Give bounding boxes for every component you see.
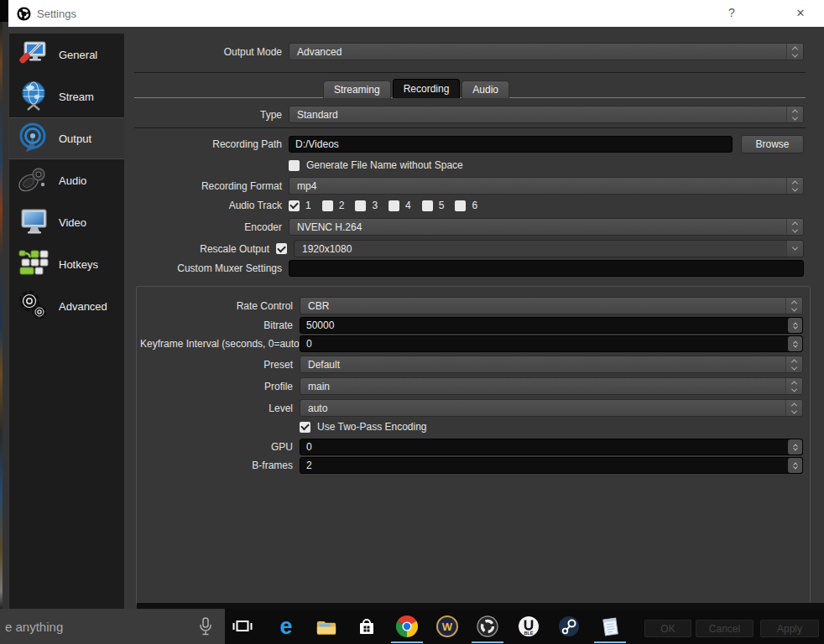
no-space-checkbox[interactable] — [289, 160, 300, 171]
bframes-row: B-frames — [140, 457, 803, 474]
sidebar-item-advanced[interactable]: Advanced — [9, 285, 124, 327]
sidebar: General Stream — [9, 34, 124, 609]
muxer-fieldwrap — [289, 260, 804, 277]
tab-streaming[interactable]: Streaming — [323, 80, 391, 98]
spinner-arrows-icon[interactable] — [788, 439, 802, 454]
sidebar-item-label: Advanced — [59, 300, 107, 313]
type-label: Type — [124, 109, 282, 121]
recording-path-input[interactable] — [289, 136, 733, 153]
keyframe-input[interactable] — [300, 335, 803, 352]
level-dropdown[interactable]: auto — [300, 399, 803, 417]
sidebar-item-label: Video — [59, 216, 86, 229]
tab-recording[interactable]: Recording — [393, 79, 461, 98]
dropdown-arrows-icon — [786, 219, 803, 235]
tab-audio[interactable]: Audio — [462, 80, 509, 98]
profile-row: Profile main — [140, 377, 803, 395]
dropdown-arrows-icon — [785, 378, 802, 394]
audio-track-3-checkbox[interactable] — [355, 200, 366, 211]
task-view-icon[interactable] — [232, 615, 253, 637]
sidebar-item-general[interactable]: General — [9, 34, 124, 75]
encoder-dropdown[interactable]: NVENC H.264 — [289, 218, 804, 236]
recording-path-fieldwrap — [289, 136, 733, 153]
close-button[interactable]: ✕ — [784, 0, 817, 25]
desktop-icons-sliver — [0, 22, 3, 609]
profile-dropdown[interactable]: main — [300, 377, 803, 395]
encoder-row: Encoder NVENC H.264 — [124, 218, 804, 236]
two-pass-label: Use Two-Pass Encoding — [317, 421, 427, 433]
apply-button[interactable]: Apply — [760, 620, 819, 637]
muxer-input[interactable] — [289, 260, 804, 277]
svg-text:W: W — [442, 621, 453, 633]
bitrate-fieldwrap — [300, 317, 803, 334]
audio-track-4-checkbox[interactable] — [389, 200, 399, 211]
bframes-input[interactable] — [300, 457, 803, 474]
settings-window: Settings ? ✕ — [8, 0, 824, 609]
svg-text:BLE: BLE — [524, 631, 534, 636]
cancel-button[interactable]: Cancel — [696, 620, 754, 637]
level-row: Level auto — [140, 399, 803, 417]
search-placeholder: e anything — [5, 620, 63, 634]
bframes-label: B-frames — [140, 460, 293, 471]
wow-icon[interactable]: W — [436, 615, 458, 637]
sidebar-item-label: Hotkeys — [59, 258, 98, 271]
rate-control-dropdown[interactable]: CBR — [300, 297, 803, 314]
spinner-arrows-icon[interactable] — [788, 318, 802, 333]
dropdown-arrows-icon — [786, 106, 803, 122]
edge-icon[interactable]: e — [275, 615, 297, 637]
type-dropdown[interactable]: Standard — [289, 106, 804, 123]
titlebar: Settings ? ✕ — [8, 0, 824, 27]
separator — [134, 127, 806, 129]
rate-control-label: Rate Control — [140, 300, 293, 312]
audio-track-6-checkbox[interactable] — [455, 200, 466, 211]
dropdown-arrow-icon — [786, 241, 803, 257]
obs-icon[interactable] — [477, 615, 498, 637]
notepad-icon[interactable] — [599, 615, 621, 637]
audio-track-5-checkbox[interactable] — [422, 200, 433, 211]
microphone-icon[interactable] — [196, 616, 215, 636]
running-indicator-obs — [472, 641, 503, 643]
output-icon — [17, 122, 50, 155]
audio-track-1-checkbox[interactable] — [289, 200, 300, 211]
chrome-icon[interactable] — [396, 615, 418, 637]
sidebar-item-label: General — [59, 49, 97, 61]
muxer-row: Custom Muxer Settings — [124, 260, 804, 277]
output-mode-dropdown[interactable]: Advanced — [289, 43, 804, 60]
type-row: Type Standard — [124, 106, 804, 123]
audio-track-row: Audio Track 1 2 3 4 5 6 — [124, 200, 804, 211]
taskbar-search[interactable]: e anything — [0, 609, 225, 644]
preset-dropdown[interactable]: Default — [300, 356, 803, 373]
gpu-input[interactable] — [300, 439, 803, 455]
store-icon[interactable] — [356, 615, 378, 637]
recording-format-dropdown[interactable]: mp4 — [289, 177, 804, 195]
gpu-label: GPU — [140, 441, 293, 453]
running-indicator-chrome — [391, 641, 423, 643]
file-explorer-icon[interactable] — [316, 615, 337, 637]
recording-path-row: Recording Path Browse — [124, 135, 804, 153]
two-pass-row: Use Two-Pass Encoding — [300, 421, 824, 433]
sidebar-item-hotkeys[interactable]: Hotkeys — [9, 243, 124, 285]
audio-track-label: Audio Track — [124, 200, 282, 211]
preset-label: Preset — [140, 359, 293, 371]
audio-track-2-checkbox[interactable] — [322, 200, 333, 211]
recording-format-label: Recording Format — [124, 180, 282, 192]
ok-button[interactable]: OK — [644, 620, 691, 637]
spinner-arrows-icon[interactable] — [788, 458, 802, 473]
spinner-arrows-icon[interactable] — [788, 336, 802, 351]
steam-icon[interactable] — [558, 615, 580, 637]
bitrate-label: Bitrate — [140, 319, 293, 331]
two-pass-checkbox[interactable] — [300, 422, 310, 433]
browse-button[interactable]: Browse — [741, 135, 804, 153]
sidebar-item-video[interactable]: Video — [9, 201, 124, 243]
help-button[interactable]: ? — [715, 0, 748, 25]
sidebar-item-output[interactable]: Output — [9, 117, 124, 159]
dropdown-arrows-icon — [786, 178, 803, 194]
rescale-resolution-combo[interactable]: 1920x1080 — [294, 240, 804, 257]
output-mode-label: Output Mode — [124, 46, 282, 58]
humble-bundle-icon[interactable]: BLE — [518, 615, 540, 637]
keyframe-fieldwrap — [300, 335, 803, 352]
rescale-checkbox[interactable] — [276, 243, 287, 254]
encoder-settings-group: Rate Control CBR Bitrate Keyframe Interv… — [136, 286, 811, 605]
bitrate-input[interactable] — [300, 317, 803, 334]
sidebar-item-audio[interactable]: Audio — [9, 159, 124, 201]
output-tabs: Streaming Recording Audio — [8, 79, 824, 98]
